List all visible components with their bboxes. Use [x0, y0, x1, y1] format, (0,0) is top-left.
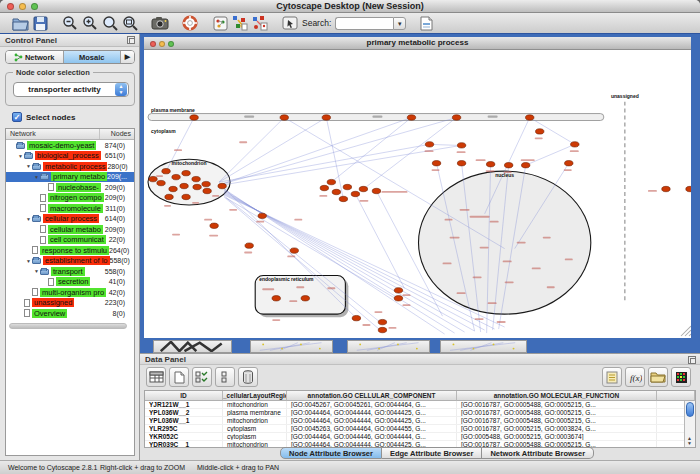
- network-node[interactable]: [322, 115, 330, 120]
- tree-horizontal-scrollbar[interactable]: [9, 323, 127, 329]
- network-node[interactable]: [280, 115, 288, 120]
- attribute-list-icon[interactable]: [602, 367, 622, 387]
- network-node[interactable]: [180, 183, 188, 188]
- import-attributes-icon[interactable]: [648, 367, 668, 387]
- network-node[interactable]: [394, 296, 402, 301]
- network-node[interactable]: [407, 115, 415, 120]
- network-node[interactable]: [571, 142, 579, 147]
- scrollbar-arrows-icon[interactable]: ▲▼: [687, 436, 692, 446]
- network-node[interactable]: [351, 191, 359, 196]
- background-window-fragment[interactable]: [250, 340, 333, 353]
- expand-triangle-icon[interactable]: ▼: [17, 153, 24, 159]
- network-node[interactable]: [565, 161, 573, 166]
- network-node[interactable]: [378, 319, 386, 324]
- tab-overflow-arrow-icon[interactable]: ▶: [121, 51, 134, 63]
- zoom-region-icon[interactable]: [120, 14, 140, 33]
- plugin-manager-icon[interactable]: [416, 14, 436, 33]
- expand-triangle-icon[interactable]: ▼: [33, 268, 40, 274]
- tab-node-attribute-browser[interactable]: Node Attribute Browser: [280, 447, 382, 459]
- table-row[interactable]: YLR295Ccytoplasm[GO:0045263, GO:0044464,…: [145, 425, 695, 433]
- network-node[interactable]: [339, 196, 347, 201]
- network-node[interactable]: [301, 296, 309, 301]
- layout-grid-icon[interactable]: [230, 14, 250, 33]
- network-node[interactable]: [162, 168, 170, 173]
- expand-triangle-icon[interactable]: ▼: [25, 163, 32, 169]
- select-attributes-icon[interactable]: [192, 367, 212, 387]
- tree-row-cellular-process[interactable]: ▼cellular process614(0): [6, 214, 134, 225]
- float-panel-icon[interactable]: [127, 36, 135, 44]
- column-header-cellularlayoutregion[interactable]: _cellularLayoutRegion: [223, 391, 287, 401]
- matrix-icon[interactable]: [671, 367, 691, 387]
- tree-row-secretion[interactable]: secretion41(0): [6, 277, 134, 288]
- network-node[interactable]: [218, 183, 226, 188]
- network-node[interactable]: [457, 161, 465, 166]
- network-node[interactable]: [343, 184, 351, 189]
- table-row[interactable]: YPL036W__2plasma membrane[GO:0044464, GO…: [145, 409, 695, 417]
- search-input[interactable]: [335, 17, 393, 30]
- network-node[interactable]: [157, 180, 165, 185]
- tree-row-nucleobase[interactable]: nucleobase-209(0): [6, 182, 134, 193]
- open-icon[interactable]: [10, 14, 30, 33]
- zoom-fit-icon[interactable]: [100, 14, 120, 33]
- tree-row-nitrogen-compo[interactable]: nitrogen compo209(0): [6, 193, 134, 204]
- network-canvas[interactable]: plasma membranecytoplasmmitochondrionnuc…: [144, 50, 691, 338]
- network-node[interactable]: [525, 115, 533, 120]
- network-node[interactable]: [192, 176, 200, 181]
- background-window-fragment[interactable]: [440, 340, 527, 353]
- zoom-in-icon[interactable]: [80, 14, 100, 33]
- tree-row-mosaic-demo-yeast[interactable]: mosaic-demo-yeast874(0): [6, 140, 134, 151]
- tree-row-cellular-metabo[interactable]: cellular metabo209(0): [6, 224, 134, 235]
- tree-row-multi-organism-pro[interactable]: multi-organism pro42(0): [6, 287, 134, 298]
- attribute-table[interactable]: ID_cellularLayoutRegionannotation.GO CEL…: [144, 390, 696, 448]
- tab-network-attribute-browser[interactable]: Network Attribute Browser: [482, 447, 594, 459]
- network-node[interactable]: [332, 189, 340, 194]
- tree-row-overview[interactable]: Overview8(0): [6, 308, 134, 319]
- edit-mode-icon[interactable]: [280, 14, 300, 33]
- network-node[interactable]: [686, 186, 691, 191]
- background-window-fragment[interactable]: [153, 340, 232, 353]
- tab-mosaic[interactable]: Mosaic: [64, 51, 122, 63]
- network-node[interactable]: [149, 176, 157, 181]
- function-builder-icon[interactable]: f(x): [625, 367, 645, 387]
- node-color-dropdown[interactable]: transporter activity ▲▼: [13, 82, 129, 97]
- network-node[interactable]: [203, 188, 211, 193]
- network-node[interactable]: [359, 186, 367, 191]
- network-node[interactable]: [352, 315, 360, 320]
- help-icon[interactable]: [180, 14, 200, 33]
- network-node[interactable]: [165, 194, 173, 199]
- expand-triangle-icon[interactable]: ▼: [33, 174, 40, 180]
- network-node[interactable]: [172, 174, 180, 179]
- tab-network[interactable]: Network: [6, 51, 64, 63]
- layout-organic-icon[interactable]: [250, 14, 270, 33]
- network-node[interactable]: [486, 162, 494, 167]
- unselect-attributes-icon[interactable]: [215, 367, 235, 387]
- expand-triangle-icon[interactable]: ▼: [25, 216, 32, 222]
- network-node[interactable]: [504, 163, 512, 168]
- network-node[interactable]: [210, 223, 218, 228]
- network-node[interactable]: [169, 186, 177, 191]
- tree-row-biological-process[interactable]: ▼biological_process651(0): [6, 151, 134, 162]
- table-row[interactable]: YJR121W__1mitochondrion[GO:0045267, GO:0…: [145, 401, 695, 409]
- table-row[interactable]: YKR052Ccytoplasm[GO:0044464, GO:0044446,…: [145, 433, 695, 441]
- network-node[interactable]: [536, 129, 544, 134]
- network-node[interactable]: [521, 163, 529, 168]
- column-header-annotation-go-cellular-component[interactable]: annotation.GO CELLULAR_COMPONENT: [287, 391, 457, 401]
- select-nodes-checkbox[interactable]: ✓: [12, 112, 22, 122]
- attribute-table-icon[interactable]: [146, 367, 166, 387]
- zoom-out-icon[interactable]: [60, 14, 80, 33]
- snapshot-icon[interactable]: [150, 14, 170, 33]
- network-node[interactable]: [432, 161, 440, 166]
- tab-edge-attribute-browser[interactable]: Edge Attribute Browser: [382, 447, 482, 459]
- network-node[interactable]: [452, 115, 460, 120]
- network-node[interactable]: [290, 248, 298, 253]
- network-node[interactable]: [457, 143, 465, 148]
- network-node[interactable]: [394, 288, 402, 293]
- save-icon[interactable]: [30, 14, 50, 33]
- network-node[interactable]: [425, 142, 433, 147]
- expand-triangle-icon[interactable]: ▼: [25, 258, 32, 264]
- vizmapper-icon[interactable]: [210, 14, 230, 33]
- tree-row-metabolic-process[interactable]: ▼metabolic process280(0): [6, 161, 134, 172]
- tree-row-macromolecule[interactable]: macromolecule311(0): [6, 203, 134, 214]
- tree-row-unassigned[interactable]: unassigned223(0): [6, 298, 134, 309]
- network-node[interactable]: [372, 188, 380, 193]
